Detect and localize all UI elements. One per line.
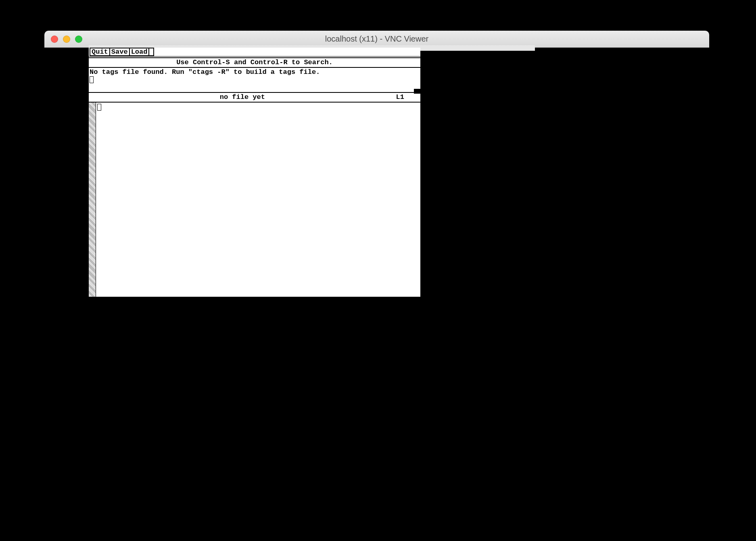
message-scroll-handle[interactable] <box>414 89 420 94</box>
editor-window: Quit Save Load Use Control-S and Control… <box>89 48 420 297</box>
message-cursor <box>90 76 94 83</box>
edit-area <box>89 103 420 297</box>
save-button[interactable]: Save <box>109 48 130 56</box>
close-button[interactable] <box>51 36 58 43</box>
message-text: No tags file found. Run "ctags -R" to bu… <box>90 68 420 76</box>
zoom-button[interactable] <box>75 36 82 43</box>
vnc-desktop[interactable]: Quit Save Load Use Control-S and Control… <box>44 48 709 479</box>
editor-cursor <box>97 104 101 111</box>
message-area: No tags file found. Run "ctags -R" to bu… <box>89 68 420 93</box>
traffic-lights <box>44 36 82 43</box>
help-line: Use Control-S and Control-R to Search. <box>89 57 420 68</box>
load-button[interactable]: Load <box>129 48 150 56</box>
window-title: localhost (x11) - VNC Viewer <box>44 34 709 44</box>
editor-text-area[interactable] <box>96 103 420 297</box>
status-bar: no file yet L1 <box>89 93 420 103</box>
mac-window: localhost (x11) - VNC Viewer Quit Save L… <box>44 31 709 479</box>
status-line-indicator: L1 <box>396 93 420 102</box>
status-filename: no file yet <box>89 93 396 102</box>
quit-button[interactable]: Quit <box>90 48 110 56</box>
minimize-button[interactable] <box>63 36 70 43</box>
editor-menubar: Quit Save Load <box>89 48 420 57</box>
editor-gutter[interactable] <box>89 103 96 297</box>
menu-spacer[interactable] <box>148 48 154 56</box>
